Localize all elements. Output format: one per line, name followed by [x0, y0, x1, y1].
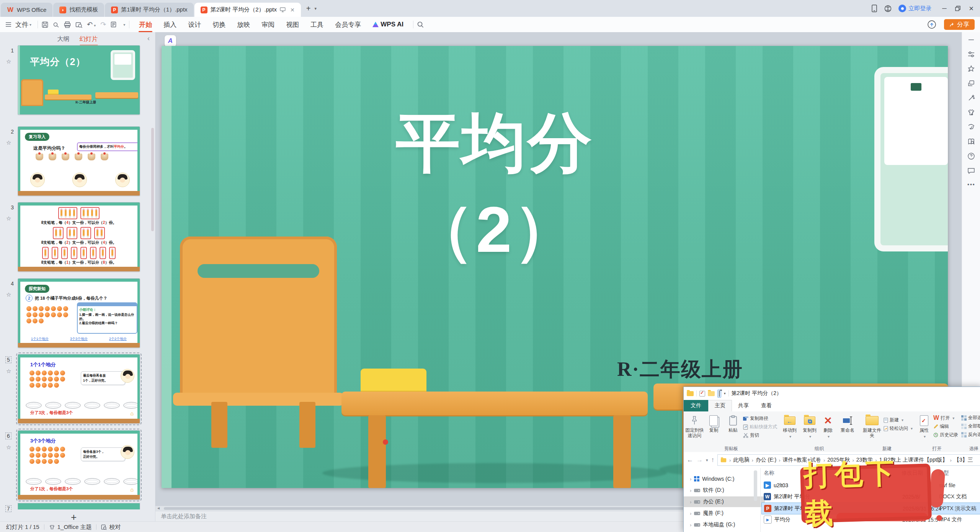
tab-view[interactable]: 视图: [280, 17, 305, 32]
animation-star-icon[interactable]: ☆: [6, 368, 11, 375]
explorer-share-tab[interactable]: 共享: [732, 400, 755, 411]
tab-outline[interactable]: 大纲: [57, 32, 70, 46]
slide-thumbnail-5[interactable]: 1个1个地分 最后每份再各放1个，正好分完。 分了3次，每份都是3个 ⌂: [18, 354, 140, 424]
qat-customize-icon[interactable]: ▾: [724, 392, 726, 395]
hide-sidebar-icon[interactable]: [967, 36, 975, 44]
tree-item-windows-c[interactable]: ›Windows (C:): [684, 473, 765, 484]
minimize-window-icon[interactable]: ─: [942, 5, 946, 12]
undo-icon[interactable]: ↶▾: [87, 20, 96, 29]
print-preview-icon[interactable]: [75, 21, 82, 28]
tab-home[interactable]: 开始: [133, 17, 158, 32]
properties-sliders-icon[interactable]: [967, 51, 975, 58]
panel-scrollbar[interactable]: [151, 128, 154, 231]
breadcrumb[interactable]: 【3】三: [954, 457, 973, 463]
tab-member[interactable]: 会员专享: [329, 17, 367, 32]
link-divide-by-3[interactable]: 3个3个地分: [70, 336, 88, 341]
delete-button[interactable]: ✕ 删除▾: [820, 413, 836, 439]
properties-button[interactable]: ✓ 属性▾: [916, 413, 933, 439]
history-button[interactable]: 历史记录: [933, 432, 958, 438]
help-icon[interactable]: [967, 152, 975, 160]
login-button[interactable]: ☻ 立即登录: [898, 5, 931, 12]
format-painter-icon[interactable]: [111, 21, 118, 28]
qat-new-folder-icon[interactable]: [708, 391, 715, 396]
animation-star-icon[interactable]: [967, 65, 975, 73]
move-to-button[interactable]: ← 移动到▾: [780, 413, 799, 439]
copy-to-button[interactable]: ⧉ 复制到▾: [800, 413, 819, 439]
tab-slides[interactable]: 幻灯片: [80, 32, 98, 46]
select-none-button[interactable]: 全部取消: [961, 423, 980, 429]
animation-star-icon[interactable]: ☆: [6, 291, 11, 298]
invert-selection-button[interactable]: 反向选择: [961, 431, 980, 438]
close-window-icon[interactable]: ✕: [969, 5, 974, 12]
wps-ai-button[interactable]: WPS AI: [367, 17, 409, 32]
cut-button[interactable]: 剪切: [743, 432, 777, 439]
tab-review[interactable]: 审阅: [256, 17, 280, 32]
link-divide-by-2[interactable]: 2个2个地分: [109, 336, 127, 341]
edition-text[interactable]: R·二年级上册: [617, 356, 743, 383]
slide-layout-icon[interactable]: [967, 80, 975, 87]
new-tab-button[interactable]: +: [306, 4, 311, 13]
new-item-button[interactable]: 新建▾: [884, 417, 913, 423]
signature-pen-icon[interactable]: [967, 123, 975, 131]
slide-thumbnail-2[interactable]: 复习导入 这是平均分吗？ 每份分得同样多，才叫平均分。: [18, 126, 140, 196]
paste-shortcut-button[interactable]: 粘贴快捷方式: [743, 424, 777, 430]
phone-mirror-icon[interactable]: [871, 5, 877, 12]
slide-thumbnail-7[interactable]: [18, 503, 140, 509]
tab-list-chevron-icon[interactable]: ▾: [314, 6, 317, 11]
qat-paste-icon[interactable]: [717, 390, 721, 398]
explorer-file-menu[interactable]: 文件: [684, 400, 708, 411]
tab-document-2-active[interactable]: P 第2课时 平均分（2）.pptx ✕: [194, 3, 301, 17]
animation-star-icon[interactable]: ☆: [6, 444, 11, 451]
tab-docer-templates[interactable]: ◗ 找稻壳模板: [53, 3, 104, 17]
animation-star-icon[interactable]: ☆: [6, 215, 11, 222]
theme-button[interactable]: 1_Office 主题: [49, 524, 92, 531]
appearance-icon[interactable]: [884, 5, 892, 12]
home-icon[interactable]: ⌂: [131, 410, 134, 416]
recent-locations-icon[interactable]: ▾: [706, 458, 708, 463]
breadcrumb[interactable]: 此电脑: [733, 457, 749, 463]
redo-icon[interactable]: ↷: [100, 20, 106, 29]
collapse-panel-icon[interactable]: ‹: [147, 34, 150, 42]
print-icon[interactable]: [64, 21, 71, 28]
qat-properties-icon[interactable]: [699, 391, 705, 397]
tab-slideshow[interactable]: 放映: [231, 17, 256, 32]
easy-access-button[interactable]: 轻松访问▾: [884, 425, 913, 432]
tree-item-local-g[interactable]: ›本地磁盘 (G:): [684, 519, 765, 530]
tree-item-office-e[interactable]: ›办公 (E:): [684, 496, 765, 507]
close-tab-icon[interactable]: ✕: [290, 7, 295, 13]
explorer-titlebar[interactable]: ▾ 第2课时 平均分（2）: [684, 387, 980, 400]
restore-window-icon[interactable]: [955, 6, 960, 11]
dictionary-search-icon[interactable]: [967, 138, 975, 145]
save-icon[interactable]: [42, 21, 48, 28]
scroll-left-arrow-icon[interactable]: ◄: [157, 506, 160, 510]
hamburger-menu-icon[interactable]: [5, 22, 11, 27]
copy-path-button[interactable]: 复制路径: [743, 415, 777, 422]
explorer-home-tab[interactable]: 主页: [708, 400, 732, 411]
home-icon[interactable]: ⌂: [131, 486, 134, 493]
new-folder-button[interactable]: 新建文件夹: [861, 413, 883, 439]
tab-transition[interactable]: 切换: [207, 17, 231, 32]
tab-document-1[interactable]: P 第1课时 平均分（1）.pptx: [105, 3, 193, 17]
up-icon[interactable]: ↑: [711, 456, 715, 464]
copy-button[interactable]: 复制: [704, 413, 723, 433]
breadcrumb[interactable]: 办公 (E:): [756, 457, 776, 463]
open-button[interactable]: W 打开▾: [933, 415, 958, 421]
slide-thumbnail-1[interactable]: 平均分（2） R·二年级上册: [18, 45, 140, 115]
presenting-monitor-icon[interactable]: [280, 7, 286, 12]
tab-wps-office[interactable]: W WPS Office: [1, 3, 52, 17]
magic-wand-icon[interactable]: [967, 94, 975, 102]
tree-item-f[interactable]: ›魔兽 (F:): [684, 508, 765, 519]
animation-star-icon[interactable]: ☆: [6, 139, 11, 146]
qat-chevron-icon[interactable]: ▾: [123, 23, 125, 27]
pin-quick-access-button[interactable]: 固定到快速访问: [685, 413, 704, 439]
search-icon[interactable]: [417, 21, 424, 28]
select-all-button[interactable]: 全部选择: [961, 415, 980, 421]
comment-icon[interactable]: [967, 167, 975, 175]
explorer-view-tab[interactable]: 查看: [755, 400, 778, 411]
share-button[interactable]: 分享: [944, 19, 975, 30]
slide-title[interactable]: 平均分（2）: [315, 100, 675, 274]
edit-button[interactable]: 编辑: [933, 423, 958, 430]
export-icon[interactable]: [53, 21, 59, 28]
cloud-upload-icon[interactable]: [927, 20, 936, 29]
link-divide-by-1[interactable]: 1个1个地分: [31, 336, 49, 341]
